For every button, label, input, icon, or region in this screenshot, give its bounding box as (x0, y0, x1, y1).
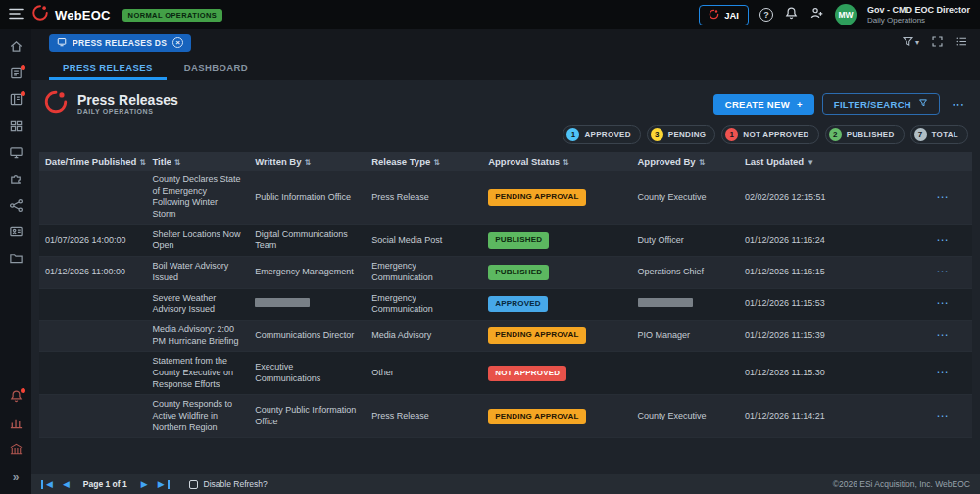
column-label: Written By (255, 156, 301, 167)
column-header-title[interactable]: Title⇅ (146, 152, 249, 171)
sidebar-item-agency[interactable] (4, 439, 27, 463)
sidebar-item-boards[interactable] (4, 63, 27, 86)
menu-toggle-button[interactable] (0, 8, 31, 23)
notification-dot (21, 91, 25, 96)
row-actions-button[interactable]: ⋯ (936, 367, 948, 378)
board-bar-actions: ▾ (902, 35, 968, 51)
chip-not-approved[interactable]: 1 NOT APPROVED (721, 125, 818, 144)
create-new-button[interactable]: CREATE NEW + (713, 94, 814, 115)
tab-dashboard[interactable]: DASHBOARD (171, 57, 262, 80)
topbar-actions: JAI ? MW Gov - CMD EOC Director Daily Op… (699, 4, 970, 25)
disable-refresh-control[interactable]: Disable Refresh? (189, 479, 268, 489)
filter-search-label: FILTER/SEARCH (834, 99, 911, 110)
row-actions-button[interactable]: ⋯ (936, 410, 948, 421)
chip-count-badge: 7 (914, 128, 927, 141)
approval-status-badge: PUBLISHED (488, 232, 549, 248)
table-row[interactable]: Statement from the County Executive on R… (39, 352, 972, 395)
column-header-approved-by[interactable]: Approved By⇅ (632, 152, 739, 171)
column-header-release-type[interactable]: Release Type⇅ (366, 152, 482, 171)
chip-approved[interactable]: 1 APPROVED (563, 125, 640, 144)
cell-approved-by: County Executive (632, 395, 739, 438)
cell-actions: ⋯ (930, 171, 972, 224)
cell-actions: ⋯ (930, 395, 972, 438)
pagination-first-button[interactable]: ◀ (41, 480, 56, 489)
help-icon: ? (760, 8, 773, 22)
cell-actions: ⋯ (930, 320, 972, 351)
table-header-row: Date/Time Published⇅ Title⇅ Written By⇅ … (39, 152, 972, 171)
sidebar-item-share[interactable] (4, 195, 27, 219)
row-actions-button[interactable]: ⋯ (936, 234, 948, 246)
board-icon (57, 37, 67, 49)
table-row[interactable]: County Declares State of Emergency Follo… (39, 171, 972, 224)
active-board-chip[interactable]: PRESS RELEASES DS × (49, 34, 191, 52)
chip-pending[interactable]: 3 PENDING (647, 125, 716, 144)
column-header-date-published[interactable]: Date/Time Published⇅ (39, 152, 146, 171)
chip-total[interactable]: 7 TOTAL (910, 125, 968, 144)
filter-search-button[interactable]: FILTER/SEARCH (822, 93, 940, 115)
sidebar-item-displays[interactable] (4, 142, 27, 166)
sidebar-item-alerts[interactable] (4, 386, 27, 410)
sidebar-item-reports[interactable] (4, 413, 27, 436)
help-button[interactable]: ? (760, 8, 773, 22)
fullscreen-icon (931, 35, 944, 51)
tab-press-releases[interactable]: PRESS RELEASES (49, 57, 167, 80)
plus-icon: + (797, 99, 803, 110)
column-header-last-updated[interactable]: Last Updated▼ (739, 152, 930, 171)
chip-label: APPROVED (584, 130, 630, 139)
board-tab-bar: PRESS RELEASES DS × ▾ (31, 29, 980, 56)
sidebar-item-apps[interactable] (4, 116, 27, 139)
page-title: Press Releases (77, 92, 178, 108)
sort-icon: ⇅ (139, 158, 146, 167)
hamburger-icon (9, 8, 24, 23)
sidebar-item-menus[interactable] (4, 89, 27, 113)
row-actions-button[interactable]: ⋯ (936, 297, 948, 309)
sidebar-item-home[interactable] (4, 36, 27, 60)
close-board-icon[interactable]: × (172, 37, 183, 48)
sort-icon: ⇅ (174, 158, 181, 167)
apps-grid-icon (9, 119, 24, 136)
chip-published[interactable]: 2 PUBLISHED (825, 125, 905, 144)
view-tabs: PRESS RELEASES DASHBOARD (31, 56, 980, 80)
approval-status-badge: PENDING APPROVAL (488, 189, 585, 205)
table-row[interactable]: 01/12/2026 11:00:00 Boil Water Advisory … (39, 257, 972, 288)
fullscreen-button[interactable] (931, 35, 944, 51)
table-row[interactable]: County Responds to Active Wildfire in No… (39, 395, 972, 438)
page-indicator: Page 1 of 1 (83, 479, 127, 489)
user-avatar[interactable]: MW (835, 4, 857, 25)
cell-date-published (39, 352, 146, 395)
table-row[interactable]: Media Advisory: 2:00 PM Hurricane Briefi… (39, 320, 972, 351)
table-row[interactable]: 01/07/2026 14:00:00 Shelter Locations No… (39, 224, 972, 256)
jai-button[interactable]: JAI (699, 5, 749, 25)
view-filter-button[interactable]: ▾ (902, 35, 919, 51)
cell-title: Media Advisory: 2:00 PM Hurricane Briefi… (146, 320, 249, 351)
notifications-button[interactable] (784, 6, 799, 24)
row-actions-button[interactable]: ⋯ (936, 329, 948, 341)
pagination-prev-button[interactable]: ◀ (60, 480, 73, 489)
cell-written-by: Executive Communications (249, 352, 366, 395)
row-actions-button[interactable]: ⋯ (936, 191, 948, 203)
sidebar-item-contacts[interactable] (4, 222, 27, 245)
user-menu[interactable]: Gov - CMD EOC Director Daily Operations (867, 5, 970, 25)
cell-release-type: Other (366, 352, 482, 395)
table-row[interactable]: Severe Weather Advisory Issued Emergency… (39, 288, 972, 320)
sidebar-item-files[interactable] (4, 248, 27, 272)
column-header-written-by[interactable]: Written By⇅ (249, 152, 366, 171)
sidebar-item-plugins[interactable] (4, 169, 27, 192)
cell-approved-by: Operations Chief (632, 257, 739, 288)
notification-dot (21, 65, 25, 70)
cell-written-by: Emergency Management (249, 257, 366, 288)
disable-refresh-checkbox[interactable] (189, 480, 198, 489)
page-title-group: Press Releases DAILY OPERATIONS (77, 92, 178, 116)
brand-group: WebEOC NORMAL OPERATIONS (31, 4, 222, 25)
pagination-last-button[interactable]: ▶ (155, 480, 170, 489)
column-label: Approved By (638, 156, 696, 167)
board-actions-menu-button[interactable]: ⋯ (948, 97, 968, 112)
add-user-button[interactable] (809, 6, 824, 24)
board-list-button[interactable] (956, 35, 968, 51)
row-actions-button[interactable]: ⋯ (936, 266, 948, 277)
pagination-next-button[interactable]: ▶ (138, 480, 151, 489)
cell-approved-by: County Executive (632, 171, 739, 224)
column-label: Last Updated (745, 156, 804, 167)
column-header-approval-status[interactable]: Approval Status⇅ (482, 152, 631, 171)
sidebar-expand-button[interactable]: » (4, 466, 27, 489)
